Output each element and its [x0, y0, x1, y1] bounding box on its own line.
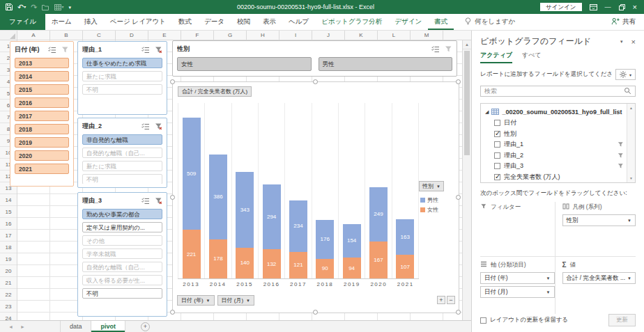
multiselect-icon[interactable]: [141, 47, 150, 54]
pane-options-icon[interactable]: ▾: [620, 39, 623, 45]
chart-bar-segment[interactable]: 132: [263, 249, 281, 278]
ribbon-tab[interactable]: デザイン: [388, 14, 428, 30]
select-all-corner[interactable]: [0, 31, 17, 40]
field-row[interactable]: 理由_1: [485, 139, 624, 150]
row-header[interactable]: 18: [0, 242, 17, 253]
chart-bar-stack[interactable]: 386178: [209, 155, 227, 278]
restore-icon[interactable]: [619, 4, 625, 10]
column-header[interactable]: J: [312, 31, 345, 40]
row-header[interactable]: 16: [0, 218, 17, 230]
column-header[interactable]: L: [378, 31, 411, 40]
grid-area[interactable]: 123456789101112131415161718192021222324 …: [0, 40, 471, 320]
row-header[interactable]: 23: [0, 301, 17, 313]
chart-bar-segment[interactable]: 343: [236, 172, 254, 248]
selection-handle[interactable]: [170, 195, 175, 200]
slicer-item[interactable]: 2015: [15, 84, 69, 95]
sheet-tab-data[interactable]: data: [60, 321, 92, 332]
area-body[interactable]: [480, 212, 555, 251]
area-body[interactable]: 合計 / 完全失業者数 ...▼: [562, 272, 636, 311]
pivot-chart[interactable]: 合計 / 完全失業者数 (万人)509221386178343140294132…: [172, 81, 459, 313]
clear-filter-icon[interactable]: [155, 122, 162, 130]
column-header[interactable]: A: [17, 31, 50, 40]
field-checkbox[interactable]: [494, 163, 500, 169]
column-header[interactable]: H: [247, 31, 279, 40]
field-row[interactable]: 日付 (年): [485, 182, 624, 183]
ribbon-tab[interactable]: ページ レイアウト: [104, 14, 172, 30]
slicer-item[interactable]: 2016: [15, 97, 69, 108]
slicer-date-year[interactable]: 日付 (年)2013201420152016201720182019202020…: [10, 41, 74, 187]
defer-layout-checkbox[interactable]: [480, 317, 486, 324]
table-icon[interactable]: ▾: [54, 4, 63, 10]
chart-bar-segment[interactable]: 509: [183, 118, 201, 230]
slicer-item[interactable]: 新たに求職: [82, 71, 162, 81]
clear-filter-icon[interactable]: [155, 46, 162, 54]
sheet-nav-right-icon[interactable]: ►: [20, 324, 25, 329]
slicer-gender[interactable]: 性別女性男性: [172, 40, 457, 77]
slicer-item[interactable]: 男性: [319, 57, 453, 71]
column-header[interactable]: M: [411, 31, 443, 40]
field-row[interactable]: 理由_3: [485, 161, 624, 172]
chart-bar-segment[interactable]: 178: [209, 239, 227, 278]
column-header[interactable]: E: [148, 31, 181, 40]
ribbon-tab[interactable]: 書式: [428, 14, 454, 30]
slicer-reason1[interactable]: 理由_1仕事をやめたため求職新たに求職不明: [77, 41, 167, 115]
vertical-scrollbar[interactable]: ▲: [462, 40, 471, 320]
area-field-pill[interactable]: 性別▼: [562, 214, 636, 226]
ribbon-tab[interactable]: 校閲: [231, 14, 256, 30]
field-checkbox[interactable]: [494, 152, 500, 159]
slicer-reason2[interactable]: 理由_2非自発的な離職自発的な離職（自己...新たに求職不明: [77, 118, 167, 188]
chart-bar-segment[interactable]: 294: [263, 184, 281, 249]
chart-bar-stack[interactable]: 343140: [236, 172, 254, 278]
slicer-item[interactable]: 自発的な離職（自己...: [82, 148, 162, 158]
ribbon-tab[interactable]: ピボットグラフ分析: [315, 14, 388, 30]
chart-bar-segment[interactable]: 176: [316, 220, 334, 259]
field-row[interactable]: 理由_2: [485, 150, 624, 161]
update-button[interactable]: 更新: [608, 314, 636, 326]
ribbon-tab[interactable]: データ: [198, 14, 231, 30]
row-header[interactable]: 21: [0, 277, 17, 289]
axis-field-button[interactable]: 日付 (月)▼: [217, 295, 255, 306]
multiselect-icon[interactable]: [141, 198, 150, 205]
collapse-button[interactable]: −: [447, 296, 455, 304]
field-checkbox[interactable]: [494, 174, 500, 180]
row-header[interactable]: 15: [0, 206, 17, 218]
row-header[interactable]: 19: [0, 253, 17, 265]
column-header[interactable]: K: [345, 31, 378, 40]
ribbon-display-options-icon[interactable]: [590, 4, 597, 10]
chart-bar-segment[interactable]: 221: [183, 230, 201, 278]
chart-bar-segment[interactable]: 107: [396, 255, 414, 278]
selection-handle[interactable]: [456, 310, 461, 315]
field-list-scrollbar[interactable]: ▲ ▼: [627, 104, 635, 182]
column-header[interactable]: G: [214, 31, 247, 40]
chart-bar-stack[interactable]: 509221: [183, 118, 201, 278]
slicer-item[interactable]: 定年又は雇用契約の...: [82, 222, 162, 232]
axis-field-button[interactable]: 日付 (年)▼: [177, 295, 215, 306]
open-icon[interactable]: [42, 4, 49, 10]
chart-bar-segment[interactable]: 167: [369, 242, 388, 278]
sheet-tab-pivot[interactable]: pivot: [91, 321, 125, 332]
slicer-item[interactable]: 2013: [15, 58, 69, 68]
selection-handle[interactable]: [456, 79, 461, 84]
selection-handle[interactable]: [170, 310, 175, 315]
area-field-pill[interactable]: 日付 (月)▼: [480, 286, 555, 298]
ribbon-tab[interactable]: ヘルプ: [282, 14, 315, 30]
column-header[interactable]: B: [50, 31, 83, 40]
selection-handle[interactable]: [313, 310, 318, 315]
field-checkbox[interactable]: [494, 120, 500, 126]
row-header[interactable]: 14: [0, 194, 17, 206]
area-field-pill[interactable]: 合計 / 完全失業者数 ...▼: [562, 272, 636, 284]
pane-tab-all[interactable]: すべて: [522, 51, 542, 63]
slicer-item[interactable]: 2014: [15, 71, 69, 81]
minimize-icon[interactable]: —: [605, 3, 611, 10]
column-header[interactable]: D: [116, 31, 148, 40]
clear-filter-icon[interactable]: [155, 197, 162, 205]
clear-filter-icon[interactable]: [61, 46, 69, 54]
slicer-item[interactable]: 不明: [82, 174, 162, 184]
field-checkbox[interactable]: [494, 131, 500, 137]
slicer-item[interactable]: その他: [82, 235, 162, 246]
slicer-item[interactable]: 不明: [82, 288, 162, 299]
selection-handle[interactable]: [170, 79, 175, 84]
chart-bar-segment[interactable]: 234: [289, 200, 307, 252]
selection-handle[interactable]: [456, 195, 461, 200]
slicer-item[interactable]: 非自発的な離職: [82, 134, 162, 145]
